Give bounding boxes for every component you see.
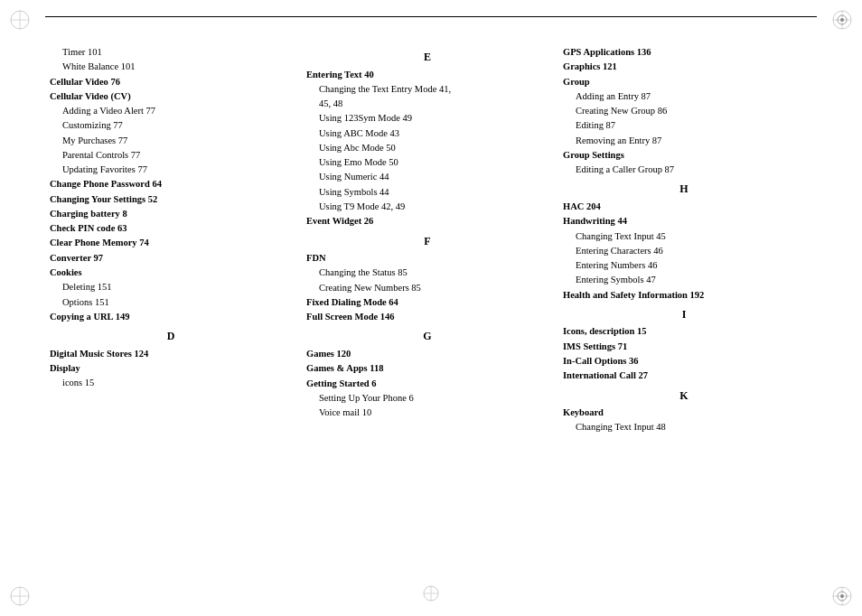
index-entry: Graphics 121 bbox=[563, 60, 805, 74]
index-entry: Games & Apps 118 bbox=[306, 361, 548, 376]
index-entry: FDN bbox=[306, 251, 548, 266]
index-entry: Timer 101 bbox=[50, 45, 292, 60]
index-entry: Creating New Group 86 bbox=[563, 104, 805, 118]
index-entry: Entering Characters 46 bbox=[563, 244, 805, 258]
index-entry: Entering Text 40 bbox=[306, 68, 548, 82]
index-entry: Entering Numbers 46 bbox=[563, 258, 805, 273]
right-column: GPS Applications 136Graphics 121GroupAdd… bbox=[556, 45, 812, 571]
index-entry: Editing 87 bbox=[563, 118, 805, 133]
section-letter: H bbox=[563, 181, 805, 198]
index-entry: Group Settings bbox=[563, 148, 805, 163]
section-letter: K bbox=[563, 387, 805, 405]
corner-mark-tl bbox=[7, 7, 33, 33]
index-entry: Getting Started 6 bbox=[306, 377, 548, 391]
index-entry: Adding a Video Alert 77 bbox=[50, 104, 292, 118]
index-entry: Health and Safety Information 192 bbox=[563, 288, 805, 303]
index-entry: Handwriting 44 bbox=[563, 214, 805, 229]
svg-point-7 bbox=[840, 18, 844, 22]
index-entry: Options 151 bbox=[50, 295, 292, 310]
section-letter: F bbox=[306, 233, 548, 250]
index-entry: Event Widget 26 bbox=[306, 214, 548, 229]
index-entry: Keyboard bbox=[563, 406, 805, 420]
index-entry: Removing an Entry 87 bbox=[563, 134, 805, 148]
content-area: Timer 101White Balance 101Cellular Video… bbox=[50, 45, 812, 571]
index-entry: Creating New Numbers 85 bbox=[306, 281, 548, 295]
index-entry: icons 15 bbox=[50, 376, 292, 390]
index-entry: IMS Settings 71 bbox=[563, 340, 805, 354]
index-entry: Setting Up Your Phone 6 bbox=[306, 391, 548, 406]
left-column: Timer 101White Balance 101Cellular Video… bbox=[50, 45, 299, 571]
index-entry: Changing Text Input 48 bbox=[563, 420, 805, 434]
section-letter: D bbox=[50, 328, 292, 345]
index-entry: Cellular Video (CV) bbox=[50, 89, 292, 104]
index-entry: Display bbox=[50, 361, 292, 376]
index-entry: Games 120 bbox=[306, 347, 548, 361]
bottom-center-mark bbox=[421, 583, 441, 605]
index-entry: Charging battery 8 bbox=[50, 207, 292, 221]
index-entry: White Balance 101 bbox=[50, 60, 292, 74]
corner-mark-tr bbox=[829, 7, 855, 33]
index-entry: Deleting 151 bbox=[50, 280, 292, 294]
index-entry: Using 123Sym Mode 49 bbox=[306, 111, 548, 126]
index-entry: Change Phone Password 64 bbox=[50, 177, 292, 191]
index-entry: Entering Symbols 47 bbox=[563, 273, 805, 287]
index-entry: 45, 48 bbox=[306, 97, 548, 111]
index-entry: Updating Favorites 77 bbox=[50, 163, 292, 177]
index-entry: Parental Controls 77 bbox=[50, 148, 292, 163]
index-entry: Using Symbols 44 bbox=[306, 185, 548, 200]
svg-point-15 bbox=[840, 594, 844, 598]
corner-mark-bl bbox=[7, 583, 33, 609]
middle-column: EEntering Text 40Changing the Text Entry… bbox=[299, 45, 556, 571]
index-entry: Adding an Entry 87 bbox=[563, 89, 805, 104]
index-entry: Using Numeric 44 bbox=[306, 170, 548, 184]
index-entry: Converter 97 bbox=[50, 251, 292, 266]
index-entry: Fixed Dialing Mode 64 bbox=[306, 295, 548, 310]
index-entry: Check PIN code 63 bbox=[50, 221, 292, 236]
corner-mark-br bbox=[829, 583, 855, 609]
index-entry: Editing a Caller Group 87 bbox=[563, 163, 805, 177]
index-entry: Changing Text Input 45 bbox=[563, 229, 805, 244]
index-entry: Clear Phone Memory 74 bbox=[50, 236, 292, 250]
index-entry: HAC 204 bbox=[563, 200, 805, 214]
index-entry: Voice mail 10 bbox=[306, 406, 548, 420]
index-entry: My Purchases 77 bbox=[50, 134, 292, 148]
index-entry: Changing Your Settings 52 bbox=[50, 192, 292, 207]
index-entry: Using T9 Mode 42, 49 bbox=[306, 200, 548, 214]
index-entry: International Call 27 bbox=[563, 369, 805, 383]
index-entry: Using ABC Mode 43 bbox=[306, 126, 548, 141]
header-bar bbox=[45, 16, 817, 20]
index-entry: GPS Applications 136 bbox=[563, 45, 805, 60]
index-entry: Changing the Text Entry Mode 41, bbox=[306, 82, 548, 97]
index-entry: Group bbox=[563, 75, 805, 89]
index-entry: Full Screen Mode 146 bbox=[306, 310, 548, 324]
index-entry: Using Emo Mode 50 bbox=[306, 155, 548, 170]
index-entry: Copying a URL 149 bbox=[50, 310, 292, 324]
section-letter: E bbox=[306, 49, 548, 66]
index-entry: Icons, description 15 bbox=[563, 324, 805, 339]
index-entry: In-Call Options 36 bbox=[563, 354, 805, 369]
index-entry: Cellular Video 76 bbox=[50, 75, 292, 89]
section-letter: I bbox=[563, 306, 805, 323]
section-letter: G bbox=[306, 328, 548, 345]
index-entry: Digital Music Stores 124 bbox=[50, 347, 292, 361]
index-entry: Using Abc Mode 50 bbox=[306, 141, 548, 155]
index-entry: Cookies bbox=[50, 266, 292, 280]
index-entry: Customizing 77 bbox=[50, 118, 292, 133]
index-entry: Changing the Status 85 bbox=[306, 266, 548, 280]
